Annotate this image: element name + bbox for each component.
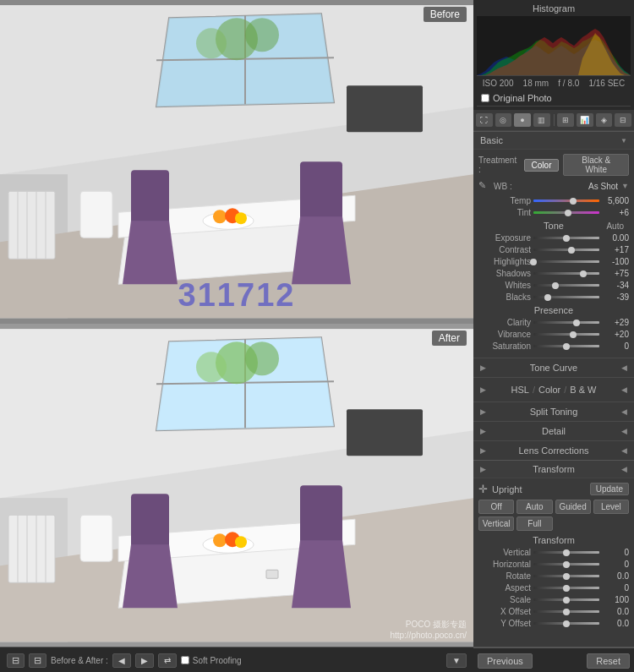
map-icon[interactable]: ◈ [596,113,613,127]
hsl-row: HSL / Color / B & W [486,382,621,397]
aspect-slider[interactable] [533,587,599,589]
highlights-slider[interactable] [533,260,599,263]
svg-rect-52 [80,515,112,561]
temp-slider[interactable] [533,199,599,202]
exif-info: ISO 200 18 mm f / 8.0 1/16 SEC [477,75,631,90]
scale-label: Scale [478,595,531,604]
exposure-label: Exposure [478,233,531,243]
exposure-value: 0.00 [602,233,629,243]
upright-buttons: Off Auto Guided Level Vertical Full [478,500,629,531]
tint-thumb[interactable] [565,210,571,216]
tone-curve-right-tri: ◀ [621,363,627,372]
blacks-value: -39 [602,292,629,302]
histogram-icon[interactable]: 📊 [577,113,593,127]
exposure-slider-row: Exposure 0.00 [478,233,629,243]
svg-point-12 [213,210,227,223]
wb-dropdown-icon[interactable]: ▼ [621,182,629,190]
spot-removal-icon[interactable]: ◎ [495,113,512,127]
temp-thumb[interactable] [570,198,577,205]
xoffset-slider[interactable] [533,610,599,613]
shadows-slider-row: Shadows +75 [478,269,629,278]
clarity-slider[interactable] [533,321,599,324]
svg-point-54 [245,341,279,375]
transform-title: Transform [486,464,621,474]
upright-off-btn[interactable]: Off [478,500,514,514]
rotate-slider[interactable] [533,575,599,577]
transform-section-header[interactable]: ▶ Transform ◀ [473,460,634,478]
horizontal-thumb[interactable] [563,561,570,568]
contrast-label: Contrast [478,245,531,254]
tool-icons-row: ⛶ ◎ ● ▥ ⊞ 📊 ◈ ⊟ [473,110,634,131]
grid-icon[interactable]: ⊟ [615,113,631,127]
detail-right-tri: ◀ [621,427,627,435]
exposure-thumb[interactable] [563,235,570,242]
upright-full-btn[interactable]: Full [516,516,552,531]
graduated-filter-icon[interactable]: ▥ [533,113,550,127]
xoffset-slider-row: X Offset 0.0 [478,607,629,616]
vibrance-slider[interactable] [533,333,599,336]
yoffset-slider[interactable] [533,622,599,625]
basic-section-header[interactable]: Basic ▼ [473,131,634,150]
upright-level-btn[interactable]: Level [593,500,629,514]
adjustment-brush-icon[interactable]: ● [514,113,531,127]
before-after-left-btn[interactable]: ◀ [112,653,131,668]
previous-btn[interactable]: Previous [478,653,533,669]
svg-point-40 [213,533,227,547]
blacks-slider[interactable] [533,296,599,298]
tone-curve-section[interactable]: ▶ Tone Curve ◀ [473,358,634,377]
rotate-thumb[interactable] [563,573,570,580]
xoffset-value: 0.0 [602,607,629,616]
compare-mode-btn[interactable]: ⊟ [29,653,46,668]
shadows-slider[interactable] [533,272,599,275]
saturation-thumb[interactable] [563,343,570,350]
crop-icon[interactable]: ⛶ [476,113,493,127]
lens-corrections-section[interactable]: ▶ Lens Corrections ◀ [473,440,634,460]
bottom-dropdown-btn[interactable]: ▼ [446,653,467,668]
color-label: Color [538,385,560,395]
tint-slider[interactable] [533,211,599,214]
auto-btn[interactable]: Auto [606,221,624,231]
before-label: Before [424,7,467,22]
view-mode-btn[interactable]: ⊟ [7,653,25,668]
upright-auto-btn[interactable]: Auto [516,500,552,514]
aspect-slider-row: Aspect 0 [478,583,629,593]
contrast-thumb[interactable] [568,247,575,254]
xoffset-thumb[interactable] [563,609,570,615]
hsl-section[interactable]: ▶ HSL / Color / B & W ◀ [473,377,634,402]
saturation-value: 0 [602,341,629,351]
detail-section[interactable]: ▶ Detail ◀ [473,421,634,440]
tone-label: Tone [544,221,564,231]
whites-thumb[interactable] [552,282,559,289]
exposure-slider[interactable] [533,237,599,239]
highlights-slider-row: Highlights -100 [478,257,629,266]
whites-slider[interactable] [533,284,599,287]
vibrance-thumb[interactable] [570,331,577,338]
clarity-label: Clarity [478,318,531,327]
develop-icon[interactable]: ⊞ [557,113,574,127]
split-toning-section[interactable]: ▶ Split Toning ◀ [473,402,634,421]
color-treatment-btn[interactable]: Color [524,159,560,172]
upright-vertical-btn[interactable]: Vertical [478,516,514,531]
horizontal-slider[interactable] [533,563,599,565]
highlights-thumb[interactable] [530,259,537,265]
update-btn[interactable]: Update [590,483,629,495]
aspect-thumb[interactable] [563,585,570,592]
eyedropper-icon[interactable]: ✎ [478,180,490,192]
vertical-thumb[interactable] [563,549,570,556]
yoffset-thumb[interactable] [563,620,570,627]
blacks-thumb[interactable] [544,294,551,301]
shadows-thumb[interactable] [580,270,587,277]
bw-treatment-btn[interactable]: Black & White [563,154,629,176]
before-after-right-btn[interactable]: ▶ [135,653,154,668]
contrast-slider[interactable] [533,249,599,251]
upright-guided-btn[interactable]: Guided [555,500,591,514]
before-after-swap-btn[interactable]: ⇄ [158,653,177,668]
scale-thumb[interactable] [563,597,570,604]
saturation-slider[interactable] [533,345,599,347]
clarity-thumb[interactable] [573,320,580,326]
reset-btn[interactable]: Reset [587,653,630,669]
soft-proofing-checkbox[interactable] [181,656,189,664]
scale-slider[interactable] [533,598,599,601]
vertical-slider[interactable] [533,551,599,554]
original-photo-checkbox[interactable] [481,94,489,102]
